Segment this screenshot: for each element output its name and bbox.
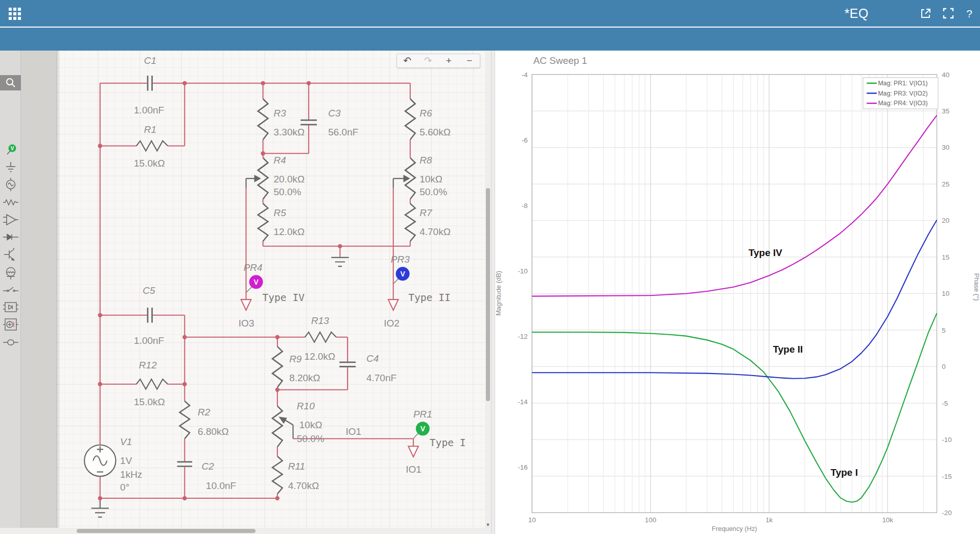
- schematic-label: C3: [328, 108, 341, 119]
- schematic-label: 10.0nF: [206, 480, 236, 491]
- probe-PR3[interactable]: V: [396, 267, 410, 281]
- schematic-label: 15.0kΩ: [134, 158, 165, 169]
- schematic-label: R12: [139, 360, 157, 370]
- y-right-tick: 15: [942, 253, 949, 261]
- legend-entry: Mag: PR3: V(IO2): [878, 90, 927, 97]
- zoom-in-icon[interactable]: +: [438, 54, 459, 67]
- horizontal-scrollbar[interactable]: [0, 528, 491, 534]
- y-left-tick: -14: [518, 398, 528, 406]
- app-header: *EQ ?: [0, 0, 980, 27]
- schematic-label: 12.0kΩ: [305, 351, 336, 362]
- schematic-label: R1: [144, 124, 156, 135]
- ac-sweep-plot: AC Sweep 1-4-6-8-10-12-14-16403530252015…: [495, 51, 980, 534]
- schematic-label: 4.70kΩ: [288, 480, 319, 491]
- tool-search[interactable]: [0, 75, 21, 90]
- schematic-label: IO3: [239, 318, 254, 329]
- schematic-label: R4: [274, 155, 286, 166]
- tool-ac-source[interactable]: [0, 177, 21, 192]
- schematic-label: R13: [311, 315, 329, 326]
- schematic-label: C2: [201, 461, 214, 472]
- tool-resistor[interactable]: [0, 195, 21, 210]
- tool-source-ic[interactable]: [0, 317, 21, 332]
- help-icon[interactable]: ?: [963, 7, 976, 20]
- document-title: *EQ: [0, 0, 869, 27]
- component-V1-ac-source[interactable]: [84, 445, 115, 476]
- y-right-tick: 25: [942, 180, 949, 188]
- schematic-label: 50.0%: [274, 187, 301, 197]
- schematic-label: C5: [143, 285, 155, 296]
- tool-connector[interactable]: [0, 335, 21, 350]
- y-left-tick: -4: [522, 71, 528, 79]
- horizontal-scrollbar-thumb[interactable]: [77, 529, 255, 533]
- y-left-tick: -6: [522, 136, 528, 144]
- x-tick: 1k: [765, 516, 773, 524]
- schematic-canvas[interactable]: V V V C11.00nFR115.0kΩR33.3: [56, 51, 491, 534]
- tool-rectifier-ic[interactable]: [0, 299, 21, 315]
- tool-opamp[interactable]: [0, 212, 21, 227]
- schematic-label: 3.30kΩ: [274, 127, 305, 137]
- probe-PR4[interactable]: V: [249, 275, 263, 289]
- undo-icon[interactable]: ↶: [397, 54, 418, 67]
- tool-switch[interactable]: [0, 282, 21, 297]
- sim-toolbar: AC Sweep▼ Schematic Grapher Spli: [0, 28, 980, 51]
- schematic-label: 1V: [120, 455, 132, 466]
- x-axis-title: Frequency (Hz): [712, 525, 757, 532]
- schematic-label: 1kHz: [120, 469, 142, 480]
- schematic-label: PR1: [413, 409, 432, 420]
- y-right-tick: 20: [942, 217, 949, 224]
- schematic-label: R3: [274, 108, 287, 119]
- schematic-label: 15.0kΩ: [134, 397, 165, 407]
- y-right-tick: 40: [942, 71, 949, 79]
- open-in-new-icon[interactable]: [920, 7, 933, 20]
- y-right-tick: 5: [942, 327, 945, 334]
- schematic-label: Type II: [408, 292, 451, 304]
- schematic-label: Type IV: [262, 292, 305, 304]
- scroll-down-arrow[interactable]: ▼: [485, 522, 491, 528]
- tool-lamp[interactable]: [0, 265, 21, 281]
- schematic-label: R7: [419, 207, 433, 218]
- schematic-label: R8: [419, 155, 432, 166]
- tool-voltage-probe[interactable]: V: [0, 142, 21, 157]
- schematic-panel: V: [0, 51, 491, 534]
- tool-transistor[interactable]: [0, 247, 21, 262]
- schematic-label: R2: [198, 407, 211, 417]
- schematic-label: 8.20kΩ: [289, 373, 320, 383]
- y-right-axis-title: Phase (°): [973, 273, 980, 301]
- content-area: V: [0, 51, 980, 534]
- multisim-live-app: *EQ ? AC Sweep▼: [0, 0, 980, 534]
- redo-icon[interactable]: ↷: [418, 54, 439, 67]
- vertical-scrollbar-thumb[interactable]: [486, 188, 490, 401]
- schematic-label: 12.0kΩ: [274, 226, 305, 237]
- schematic-label: R5: [274, 207, 287, 218]
- tool-ground[interactable]: [0, 159, 21, 175]
- svg-text:V: V: [10, 146, 14, 151]
- fullscreen-icon[interactable]: [942, 7, 955, 20]
- svg-text:V: V: [253, 278, 259, 286]
- panel-divider[interactable]: [491, 51, 495, 534]
- component-sidebar: V: [0, 51, 21, 534]
- y-right-tick: 0: [942, 363, 945, 370]
- y-left-tick: -16: [518, 463, 527, 471]
- probe-PR1[interactable]: V: [416, 422, 430, 435]
- schematic-label: Type I: [430, 437, 466, 449]
- legend-entry: Mag: PR4: V(IO3): [878, 100, 927, 107]
- y-right-tick: -20: [942, 509, 951, 517]
- schematic-label: 5.60kΩ: [419, 127, 451, 137]
- zoom-out-icon[interactable]: −: [459, 54, 480, 67]
- schematic-label: R10: [297, 401, 315, 411]
- svg-text:V: V: [400, 270, 405, 278]
- schematic-label: 4.70nF: [366, 373, 396, 383]
- vertical-scrollbar[interactable]: [485, 51, 491, 528]
- schematic-label: 10kΩ: [299, 420, 322, 430]
- x-tick: 10: [528, 516, 536, 524]
- schematic-label: 1.00nF: [134, 335, 164, 346]
- y-left-tick: -10: [518, 267, 527, 275]
- schematic-label: IO1: [346, 426, 362, 437]
- schematic-label: 10kΩ: [419, 174, 442, 184]
- schematic-label: IO2: [384, 318, 400, 329]
- plot-annotation: Type IV: [749, 247, 782, 258]
- tool-diode[interactable]: [0, 229, 21, 245]
- y-right-tick: -15: [942, 473, 951, 480]
- schematic-label: 20.0kΩ: [274, 174, 305, 184]
- canvas-toolbar: ↶ ↷ + −: [396, 54, 480, 68]
